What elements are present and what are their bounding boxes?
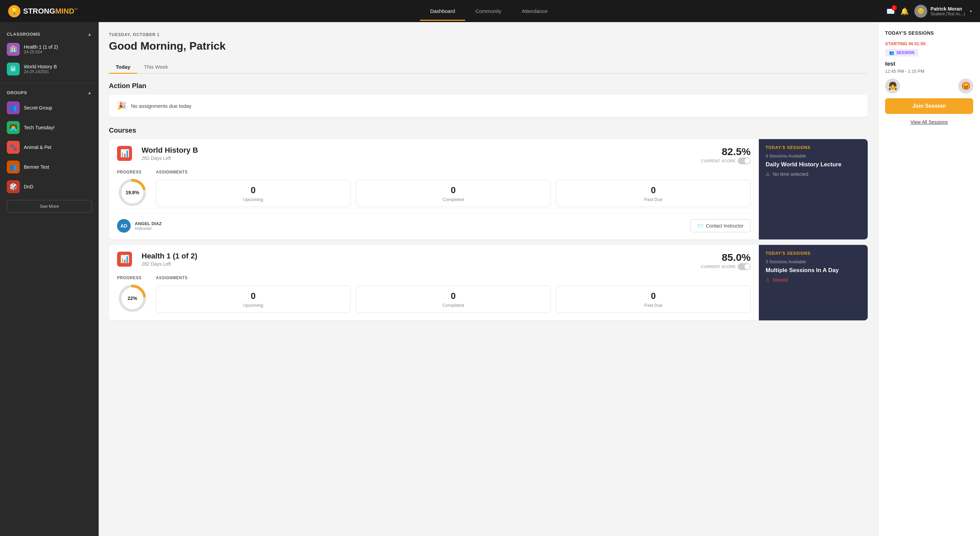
message-icon[interactable]: ✉️ 1 xyxy=(886,7,895,15)
join-session-button[interactable]: Join Session xyxy=(885,98,973,114)
tabs: Today This Week xyxy=(109,60,868,74)
course-sessions-0: TODAY'S SESSIONS 4 Sessions Available Da… xyxy=(759,139,868,239)
score-toggle-0[interactable] xyxy=(738,157,751,164)
date-label: TUESDAY, OCTOBER 1 xyxy=(109,32,868,37)
instructor-info-0: AD ANGEL DIAZ Instructor xyxy=(117,219,162,233)
course-main-1: 📊 Health 1 (1 of 2) 282 Days Left 85.0% … xyxy=(109,245,759,320)
nav-links: Dashboard Community Attendance xyxy=(91,2,886,21)
health-class-sub: 24-25 024 xyxy=(24,50,58,54)
stat-upcoming-1: 0 Upcoming xyxy=(156,286,350,313)
right-panel: TODAY'S SESSIONS STARTING IN 01:55 👥 SES… xyxy=(878,22,980,536)
action-plan-card: 🎉 No assignments due today xyxy=(109,95,868,117)
course-row-1: 📊 Health 1 (1 of 2) 282 Days Left 85.0% … xyxy=(109,245,868,320)
sidebar-item-tech-tuesday[interactable]: 👨‍💻 Tech Tuesday! xyxy=(0,118,99,137)
assignments-label-1: ASSIGNMENTS xyxy=(156,276,751,280)
sessions-label-1: TODAY'S SESSIONS xyxy=(765,251,861,256)
health-class-name: Health 1 (1 of 2) xyxy=(24,44,58,50)
user-name: Patrick Moran xyxy=(931,6,965,11)
sidebar-item-animal-pet[interactable]: 🐾 Animal & Pet xyxy=(0,137,99,157)
chevron-down-icon: ▾ xyxy=(970,9,972,14)
message-badge: 1 xyxy=(891,5,897,11)
animal-pet-name: Animal & Pet xyxy=(24,144,51,150)
stat-completed-0: 0 Completed xyxy=(356,180,550,207)
notification-icon[interactable]: 🔔 xyxy=(900,7,909,15)
nav-community[interactable]: Community xyxy=(465,2,511,21)
groups-header: GROUPS ▲ xyxy=(0,87,99,98)
score-value-0: 82.5% xyxy=(701,146,751,157)
starting-in: STARTING IN 01:55 xyxy=(885,41,973,46)
action-plan-text: No assignments due today xyxy=(131,103,192,109)
score-toggle-1[interactable] xyxy=(738,263,751,270)
nav-dashboard[interactable]: Dashboard xyxy=(420,2,465,21)
progress-label-0: PROGRESS xyxy=(117,170,148,174)
instructor-role-0: Instructor xyxy=(135,226,162,231)
secret-group-icon: 👥 xyxy=(7,101,20,114)
sidebar-item-dnd[interactable]: 🎲 DnD xyxy=(0,177,99,197)
session-avatars: 👧 😡 xyxy=(885,79,973,94)
classrooms-header: CLASSROOMS ▲ xyxy=(0,29,99,40)
tab-today[interactable]: Today xyxy=(109,60,137,73)
benner-test-name: Benner Test xyxy=(24,164,49,170)
tech-tuesday-icon: 👨‍💻 xyxy=(7,121,20,134)
session-tag: 👥 SESSION xyxy=(885,49,918,57)
dnd-name: DnD xyxy=(24,184,33,189)
course-stats-0: 0 Upcoming 0 Completed 0 Past Due xyxy=(156,180,751,207)
course-row-0: 📊 World History B 282 Days Left 82.5% CU… xyxy=(109,139,868,239)
people-icon: 👥 xyxy=(889,50,894,55)
greeting: Good Morning, Patrick xyxy=(109,40,868,52)
no-time-0: ⚠ No time selected xyxy=(765,171,861,177)
nav-right: ✉️ 1 🔔 😐 Patrick Moran Student (Test Ac.… xyxy=(886,5,972,18)
sidebar-item-world-history[interactable]: 🏛 World History B 24-25 242501 xyxy=(0,59,99,79)
world-history-sub: 24-25 242501 xyxy=(24,70,57,74)
view-all-sessions-link[interactable]: View All Sessions xyxy=(885,119,973,125)
sessions-label-0: TODAY'S SESSIONS xyxy=(765,145,861,150)
course-stats-1: 0 Upcoming 0 Completed 0 Past Due xyxy=(156,286,751,313)
course-name-0: World History B xyxy=(142,146,198,155)
course-days-0: 282 Days Left xyxy=(142,155,198,161)
missed-badge-1: ⚠ Missed xyxy=(765,277,861,282)
svg-text:💡: 💡 xyxy=(11,8,18,15)
instructor-avatar-0: AD xyxy=(117,219,130,233)
action-plan-title: Action Plan xyxy=(109,82,868,90)
progress-label-1: PROGRESS xyxy=(117,276,148,280)
envelope-icon: ✉️ xyxy=(698,223,703,228)
benner-test-icon: 👥 xyxy=(7,160,20,173)
progress-ring-1: 22% xyxy=(117,283,148,314)
session-info-name: test xyxy=(885,60,973,67)
world-history-name: World History B xyxy=(24,64,57,70)
sessions-count-1: 3 Sessions Available xyxy=(765,259,861,264)
session-name-0: Daily World History Lecture xyxy=(765,161,861,168)
missed-icon: ⚠ xyxy=(765,277,770,282)
course-icon-1: 📊 xyxy=(117,252,132,266)
session-name-1: Multiple Sessions In A Day xyxy=(765,267,861,274)
session-time: 12:45 PM - 1:15 PM xyxy=(885,69,973,74)
stat-pastdue-1: 0 Past Due xyxy=(556,286,751,313)
sidebar-item-secret-group[interactable]: 👥 Secret Group xyxy=(0,98,99,118)
progress-pct-1: 22% xyxy=(127,295,137,301)
user-role: Student (Test Ac...) xyxy=(931,11,965,16)
course-days-1: 282 Days Left xyxy=(142,261,197,266)
sidebar-item-benner-test[interactable]: 👥 Benner Test xyxy=(0,157,99,177)
logo-text: STRONGMIND™ xyxy=(23,7,78,16)
main-layout: CLASSROOMS ▲ 🏥 Health 1 (1 of 2) 24-25 0… xyxy=(0,22,980,536)
countdown: 01:55 xyxy=(914,41,926,46)
course-title-group-1: 📊 Health 1 (1 of 2) 282 Days Left xyxy=(117,252,701,266)
nav-attendance[interactable]: Attendance xyxy=(511,2,558,21)
assignments-label-0: ASSIGNMENTS xyxy=(156,170,751,174)
score-label-1: CURRENT SCORE xyxy=(701,263,751,270)
groups-collapse-icon[interactable]: ▲ xyxy=(88,90,92,95)
health-class-icon: 🏥 xyxy=(7,43,20,56)
classrooms-collapse-icon[interactable]: ▲ xyxy=(88,32,92,37)
tab-this-week[interactable]: This Week xyxy=(137,60,175,73)
topnav: 💡 STRONGMIND™ Dashboard Community Attend… xyxy=(0,0,980,22)
courses-grid: 📊 World History B 282 Days Left 82.5% CU… xyxy=(109,139,868,326)
sidebar-item-health[interactable]: 🏥 Health 1 (1 of 2) 24-25 024 xyxy=(0,40,99,59)
course-sessions-1: TODAY'S SESSIONS 3 Sessions Available Mu… xyxy=(759,245,868,320)
logo[interactable]: 💡 STRONGMIND™ xyxy=(8,5,78,17)
user-info[interactable]: 😐 Patrick Moran Student (Test Ac...) ▾ xyxy=(914,5,972,18)
session-avatar-student: 👧 xyxy=(885,79,900,94)
see-more-button[interactable]: See More xyxy=(7,200,92,212)
progress-pct-0: 19.8% xyxy=(126,190,139,195)
contact-instructor-btn-0[interactable]: ✉️ Contact Instructor xyxy=(690,219,751,232)
course-score-block-1: 85.0% CURRENT SCORE xyxy=(701,252,751,270)
